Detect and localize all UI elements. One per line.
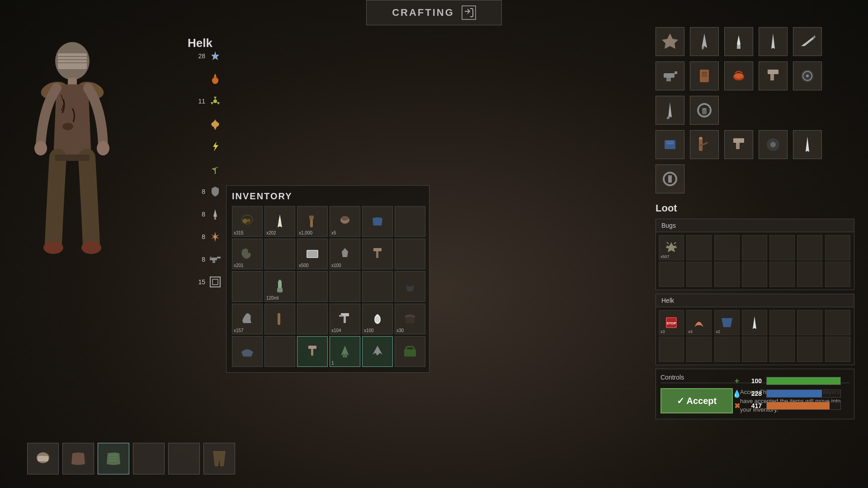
equip-slot-head[interactable]: [27, 443, 59, 474]
loot-helk-4[interactable]: [742, 310, 767, 335]
equip-slot-body[interactable]: [98, 443, 129, 474]
top-item-2[interactable]: [690, 27, 719, 56]
inv-cell-5[interactable]: [395, 206, 425, 237]
inv-cell-16[interactable]: [362, 271, 393, 302]
top-item-4[interactable]: [759, 27, 788, 56]
loot-bug-4[interactable]: [742, 235, 767, 260]
loot-bug-13[interactable]: [797, 262, 822, 287]
inv-cell-6[interactable]: x201: [232, 239, 263, 269]
inv-cell-29[interactable]: [395, 336, 425, 367]
loot-helk-14[interactable]: [825, 337, 850, 362]
svg-rect-18: [214, 217, 216, 220]
svg-rect-20: [217, 257, 221, 258]
inv-cell-0[interactable]: x315: [232, 206, 263, 237]
inv-cell-22[interactable]: x100: [362, 304, 393, 334]
top-item-10[interactable]: [793, 61, 822, 90]
top-item-3[interactable]: [724, 27, 753, 56]
loot-helk-2[interactable]: x3: [686, 310, 712, 335]
water-bar-row: 💧 228: [732, 389, 841, 398]
top-item-14[interactable]: [690, 130, 719, 159]
inv-cell-17[interactable]: [395, 271, 425, 302]
exit-button[interactable]: [462, 5, 476, 20]
top-item-18[interactable]: [656, 164, 684, 193]
loot-bug-8[interactable]: [659, 262, 684, 287]
top-item-8[interactable]: [724, 61, 753, 90]
inv-cell-24[interactable]: [232, 336, 263, 367]
inv-cell-28[interactable]: [362, 336, 393, 367]
stat-fire: [176, 72, 222, 85]
inv-cell-3[interactable]: x5: [330, 206, 360, 237]
loot-helk-8[interactable]: [659, 337, 684, 362]
loot-helk-11[interactable]: [742, 337, 767, 362]
inv-cell-25[interactable]: [264, 336, 295, 367]
loot-helk-1[interactable]: STOP x3: [659, 310, 684, 335]
equip-slot-pants[interactable]: [203, 443, 235, 474]
accept-button[interactable]: ✓ Accept: [660, 388, 733, 413]
loot-helk-7[interactable]: [825, 310, 850, 335]
water-value: 228: [746, 390, 762, 397]
inv-cell-18[interactable]: x157: [232, 304, 263, 334]
loot-helk-9[interactable]: [686, 337, 712, 362]
inv-cell-26[interactable]: [297, 336, 328, 367]
inv-cell-23[interactable]: x30: [395, 304, 425, 334]
top-item-5[interactable]: [793, 27, 822, 56]
loot-bug-5[interactable]: [769, 235, 795, 260]
svg-point-13: [81, 241, 101, 254]
loot-bug-6[interactable]: [797, 235, 822, 260]
inv-cell-21[interactable]: x104: [330, 304, 360, 334]
loot-bug-7[interactable]: [825, 235, 850, 260]
inv-cell-14[interactable]: [297, 271, 328, 302]
inv-cell-15[interactable]: [330, 271, 360, 302]
top-item-13[interactable]: [656, 130, 684, 159]
equip-slot-4[interactable]: [133, 443, 165, 474]
top-item-6[interactable]: [656, 61, 684, 90]
inv-cell-20[interactable]: [297, 304, 328, 334]
inv-cell-2[interactable]: x1,000: [297, 206, 328, 237]
inv-cell-8[interactable]: x500: [297, 239, 328, 269]
top-item-9[interactable]: [759, 61, 788, 90]
crafting-title: CRAFTING: [392, 7, 454, 19]
inv-cell-7[interactable]: [264, 239, 295, 269]
top-item-7[interactable]: [690, 61, 719, 90]
inv-cell-19[interactable]: [264, 304, 295, 334]
svg-rect-58: [666, 78, 671, 81]
svg-rect-24: [212, 279, 218, 285]
water-bar-fill: [767, 390, 822, 397]
top-item-11[interactable]: [656, 96, 684, 125]
top-item-15[interactable]: [724, 130, 753, 159]
loot-bug-11[interactable]: [742, 262, 767, 287]
inv-cell-27[interactable]: 1: [330, 336, 360, 367]
loot-helk-13[interactable]: [797, 337, 822, 362]
inv-cell-13[interactable]: 120ml: [264, 271, 295, 302]
inv-cell-1[interactable]: x202: [264, 206, 295, 237]
equip-slot-5[interactable]: [168, 443, 200, 474]
svg-rect-55: [737, 45, 741, 49]
top-item-12[interactable]: [690, 96, 719, 125]
loot-helk-3[interactable]: x2: [714, 310, 740, 335]
loot-bug-12[interactable]: [769, 262, 795, 287]
inv-cell-12[interactable]: [232, 271, 263, 302]
inv-cell-4[interactable]: [362, 206, 393, 237]
loot-bug-1[interactable]: x507: [659, 235, 684, 260]
loot-bug-3[interactable]: [714, 235, 740, 260]
top-item-17[interactable]: [793, 130, 822, 159]
loot-helk-12[interactable]: [769, 337, 795, 362]
svg-rect-39: [307, 251, 317, 257]
loot-bug-10[interactable]: [714, 262, 740, 287]
loot-helk-10[interactable]: [714, 337, 740, 362]
top-item-16[interactable]: [759, 130, 788, 159]
loot-helk-5[interactable]: [769, 310, 795, 335]
equip-slot-chest[interactable]: [62, 443, 94, 474]
inv-cell-11[interactable]: [395, 239, 425, 269]
stat-shuriken: 8: [176, 230, 222, 243]
svg-point-9: [34, 141, 47, 155]
stat-wound: [176, 117, 222, 130]
inv-cell-10[interactable]: [362, 239, 393, 269]
loot-bug-9[interactable]: [686, 262, 712, 287]
inv-cell-9[interactable]: x100: [330, 239, 360, 269]
stat-plant: [176, 163, 222, 175]
top-item-1[interactable]: [656, 27, 684, 56]
loot-bug-2[interactable]: [686, 235, 712, 260]
loot-helk-6[interactable]: [797, 310, 822, 335]
loot-bug-14[interactable]: [825, 262, 850, 287]
